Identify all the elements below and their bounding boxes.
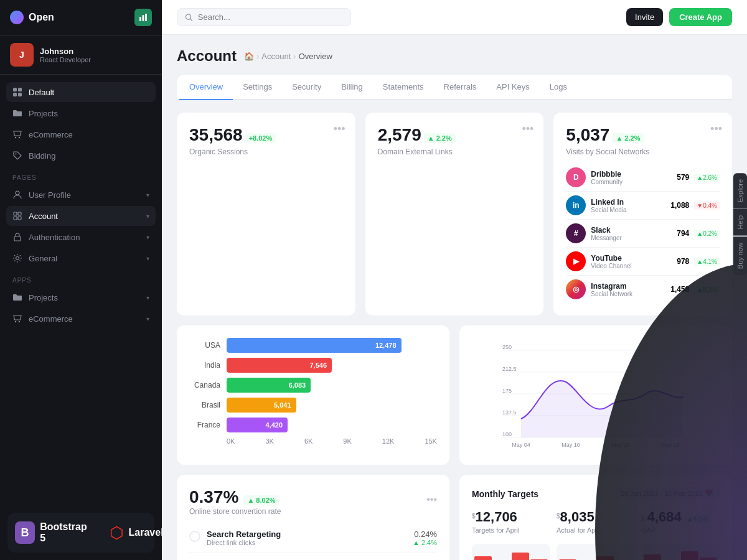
sidebar-item-authentication-label: Authentication: [29, 233, 80, 242]
svg-text:May 10: May 10: [561, 442, 580, 448]
person-icon: [12, 190, 22, 200]
user-role: React Developer: [40, 56, 91, 63]
tag-icon: [12, 151, 22, 161]
search-input[interactable]: [198, 12, 343, 22]
sidebar-item-projects-app[interactable]: Projects ▾: [6, 287, 156, 307]
side-labels-panel: Explore Help Buy now: [733, 173, 747, 275]
stat-label-3: Visits by Social Networks: [566, 147, 720, 156]
tab-referrals[interactable]: Referrals: [434, 75, 487, 100]
sidebar-item-general[interactable]: General ▾: [6, 248, 156, 268]
chevron-down-icon-3: ▾: [146, 234, 149, 241]
svg-text:250: 250: [502, 344, 512, 350]
tab-statements[interactable]: Statements: [373, 75, 434, 100]
svg-text:100: 100: [502, 431, 512, 437]
target-item-1: $12,706 Targets for April: [472, 509, 550, 534]
bar-chart-card: USA 12,478 India 7,546 Canada 6,083: [177, 325, 449, 465]
stat-more-1[interactable]: •••: [334, 123, 345, 136]
dribbble-icon: D: [566, 167, 586, 187]
targets-date-range: 18 Jan 2023 - 16 Feb 2023 📅: [614, 487, 720, 500]
bar-usa: USA 12,478: [189, 338, 437, 353]
svg-rect-13: [14, 217, 17, 220]
bootstrap-label: Bootstrap 5: [40, 521, 89, 544]
svg-text:May 26: May 26: [661, 442, 680, 448]
sidebar-item-authentication[interactable]: Authentication ▾: [6, 227, 156, 247]
targets-title: Monthly Targets: [472, 489, 538, 499]
bar-brasil: Brasil 5,041: [189, 398, 437, 413]
explore-label[interactable]: Explore: [733, 173, 747, 208]
pages-section-label: PAGES: [6, 174, 156, 181]
search-box[interactable]: [177, 8, 351, 26]
invite-button[interactable]: Invite: [626, 8, 663, 26]
stat-card-domain: 2,579 ▲ 2.2% Domain External Links •••: [365, 113, 544, 315]
tab-api-keys[interactable]: API Keys: [486, 75, 539, 100]
stat-more-2[interactable]: •••: [522, 123, 533, 136]
tab-settings[interactable]: Settings: [233, 75, 282, 100]
stat-card-social: 5,037 ▲ 2.2% Visits by Social Networks •…: [553, 113, 732, 315]
stat-number-1: 35,568: [189, 125, 243, 145]
shop-icon: [12, 129, 22, 139]
breadcrumb-sep-1: ›: [256, 52, 259, 61]
breadcrumb-account[interactable]: Account: [261, 52, 291, 61]
stat-badge-1: +8.02%: [245, 133, 276, 143]
laravel-label: Laravel: [129, 527, 162, 538]
social-item-linkedin: in Linked In Social Media 1,088 ▼0.4%: [566, 192, 720, 220]
svg-rect-6: [18, 93, 22, 96]
svg-text:137.5: 137.5: [502, 409, 517, 416]
account-icon: [12, 211, 22, 221]
sidebar-item-account[interactable]: Account ▾: [6, 206, 156, 226]
sidebar-item-account-label: Account: [29, 212, 58, 221]
app-logo[interactable]: Open: [10, 11, 54, 24]
sidebar-item-ecommerce-app[interactable]: eCommerce ▾: [6, 309, 156, 329]
tab-billing[interactable]: Billing: [331, 75, 373, 100]
svg-rect-0: [139, 17, 141, 21]
create-app-button[interactable]: Create App: [669, 8, 732, 26]
conversion-more[interactable]: •••: [426, 494, 437, 505]
chevron-down-icon-5: ▾: [146, 294, 149, 301]
user-name: Johnson: [40, 47, 91, 56]
chevron-down-icon-4: ▾: [146, 255, 149, 262]
stat-badge-3: ▲ 2.2%: [612, 133, 644, 143]
svg-rect-4: [18, 88, 22, 91]
svg-point-18: [19, 321, 20, 322]
chart-icon-btn[interactable]: [134, 9, 152, 26]
target-item-3: $4,684▲4.5% GAP: [641, 509, 720, 534]
stat-label-2: Domain External Links: [378, 147, 532, 156]
target-item-2: $8,035 Actual for Ap...: [557, 509, 635, 534]
laravel-icon: ⬡: [110, 523, 124, 543]
grid-icon: [12, 87, 22, 97]
svg-point-9: [16, 154, 17, 155]
stat-more-3[interactable]: •••: [710, 123, 722, 136]
svg-point-10: [16, 191, 19, 195]
conversion-label: Online store convertion rate: [189, 507, 437, 516]
sidebar-item-user-profile-label: User Profile: [29, 190, 71, 200]
sidebar-item-ecommerce[interactable]: eCommerce: [6, 124, 156, 144]
buy-now-label[interactable]: Buy now: [733, 236, 747, 275]
sidebar-item-bidding[interactable]: Bidding: [6, 146, 156, 166]
sidebar-item-general-label: General: [29, 254, 57, 263]
topbar: Invite Create App: [162, 0, 747, 35]
sidebar-item-default[interactable]: Default: [6, 82, 156, 102]
sidebar-item-user-profile[interactable]: User Profile ▾: [6, 185, 156, 205]
sidebar-item-ecommerce-app-label: eCommerce: [29, 314, 73, 324]
chevron-down-icon-6: ▾: [146, 315, 149, 322]
svg-rect-1: [143, 15, 144, 21]
shop-icon-2: [12, 314, 22, 324]
sidebar-item-projects[interactable]: Projects: [6, 103, 156, 123]
svg-point-17: [15, 321, 16, 322]
tab-security[interactable]: Security: [282, 75, 331, 100]
targets-card: Monthly Targets 18 Jan 2023 - 16 Feb 202…: [459, 475, 732, 560]
breadcrumb-sep-2: ›: [293, 52, 296, 61]
slack-icon: #: [566, 223, 586, 243]
conversion-rate: 0.37%: [189, 487, 238, 507]
tab-overview[interactable]: Overview: [179, 75, 233, 100]
help-label[interactable]: Help: [733, 209, 747, 236]
breadcrumb-current: Overview: [299, 52, 332, 61]
sidebar-item-bidding-label: Bidding: [29, 151, 55, 161]
lock-icon: [12, 232, 22, 242]
breadcrumb-home[interactable]: 🏠: [244, 52, 254, 61]
tab-logs[interactable]: Logs: [540, 75, 577, 100]
tabs-bar: Overview Settings Security Billing State…: [177, 75, 732, 100]
stat-label-1: Organic Sessions: [189, 147, 343, 156]
sidebar-item-projects-app-label: Projects: [29, 293, 58, 302]
svg-text:May 04: May 04: [512, 442, 530, 448]
